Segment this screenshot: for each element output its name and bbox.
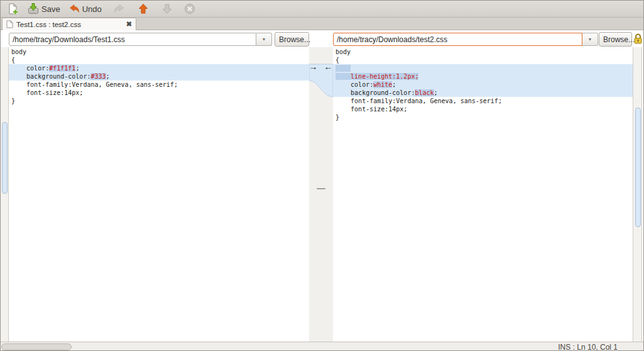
code-text: color: <box>336 81 373 88</box>
code-line: } <box>9 97 309 105</box>
diff-tool-window: Save Undo <box>0 0 644 351</box>
left-path-input[interactable] <box>9 33 256 46</box>
code-text: color: <box>11 65 49 72</box>
left-code-area[interactable]: body{ color:#f1f1f1; background-color:#3… <box>9 47 309 342</box>
code-text: font-size:14px; <box>336 106 407 113</box>
status-bar: INS : Ln 10, Col 1 <box>1 342 643 351</box>
changed-text: line-height:1.2px; <box>336 73 418 80</box>
code-text: ; <box>434 89 438 96</box>
save-button-label: Save <box>41 4 60 14</box>
merge-right-button[interactable]: → <box>307 63 319 72</box>
save-icon <box>27 3 40 15</box>
changed-text: black <box>415 89 434 96</box>
code-text: background-color: <box>336 89 415 96</box>
redo-button[interactable] <box>111 2 128 16</box>
pane-splitter-handle[interactable] <box>317 188 325 189</box>
code-line: { <box>9 56 309 64</box>
left-path-dropdown[interactable]: ▾ <box>256 33 272 46</box>
lock-icon[interactable] <box>633 33 643 47</box>
left-scrollbar-thumb[interactable] <box>2 122 8 194</box>
code-line: { <box>333 56 633 64</box>
new-file-button[interactable] <box>4 2 22 16</box>
code-text: font-family:Verdana, Geneva, sans-serif; <box>336 98 502 104</box>
chevron-down-icon: ▾ <box>263 36 265 42</box>
tab-test1-test2[interactable]: Test1.css : test2.css ✖ <box>2 18 136 30</box>
undo-button[interactable]: Undo <box>65 2 104 16</box>
code-text: { <box>336 57 339 64</box>
code-line: font-family:Verdana, Geneva, sans-serif; <box>9 81 309 89</box>
code-text: body <box>336 48 351 55</box>
new-file-icon <box>7 3 19 15</box>
status-text: INS : Ln 10, Col 1 <box>558 343 618 351</box>
close-circle-icon <box>183 3 196 15</box>
left-scrollbar-track[interactable] <box>1 47 9 342</box>
code-line: } <box>333 113 633 121</box>
code-line: body <box>333 48 633 56</box>
undo-icon <box>68 3 80 15</box>
code-text: ; <box>392 81 396 88</box>
code-line: background-color:black; <box>333 89 633 97</box>
code-line: line-height:1.2px; <box>333 72 633 81</box>
code-line: body <box>9 48 309 56</box>
right-browse-button[interactable]: Browse... <box>599 32 632 47</box>
code-text: font-size:14px; <box>11 89 83 96</box>
code-line: color:#f1f1f1; <box>9 64 309 72</box>
code-line: background-color:#333; <box>9 72 309 81</box>
chevron-down-icon: ▾ <box>589 36 591 42</box>
code-text: } <box>11 98 15 104</box>
code-line <box>333 64 633 72</box>
next-diff-button[interactable] <box>158 2 176 16</box>
right-scrollbar-track[interactable] <box>633 47 642 342</box>
undo-button-label: Undo <box>82 4 102 14</box>
right-path-input[interactable] <box>333 33 582 46</box>
code-text: ; <box>106 73 110 80</box>
changed-text: white <box>373 81 392 88</box>
code-text: } <box>336 114 339 121</box>
toolbar: Save Undo <box>1 1 643 18</box>
code-line: font-size:14px; <box>9 89 309 97</box>
right-path-dropdown[interactable]: ▾ <box>582 33 598 46</box>
changed-text: #333 <box>90 73 106 80</box>
save-button[interactable]: Save <box>25 2 63 16</box>
diff-gutter: → ← <box>309 47 333 342</box>
code-text: body <box>11 48 26 55</box>
changed-text <box>336 65 351 72</box>
code-text: background-color: <box>11 73 90 80</box>
code-line: color:white; <box>333 81 633 89</box>
right-code-area[interactable]: body{ line-height:1.2px; color:white; ba… <box>333 47 633 342</box>
prev-diff-button[interactable] <box>134 2 152 16</box>
code-line: font-size:14px; <box>333 105 633 113</box>
changed-text: #f1f1f1 <box>49 65 75 72</box>
tab-bar: Test1.css : test2.css ✖ <box>1 18 643 30</box>
code-line: font-family:Verdana, Geneva, sans-serif; <box>333 97 633 105</box>
arrow-down-icon <box>161 3 173 15</box>
code-text: ; <box>75 65 79 72</box>
horizontal-scrollbar-thumb[interactable] <box>1 343 72 350</box>
code-text: { <box>11 57 15 64</box>
right-scrollbar-thumb[interactable] <box>635 108 641 227</box>
tab-close-icon[interactable]: ✖ <box>126 20 132 28</box>
redo-icon <box>113 3 126 15</box>
left-browse-button[interactable]: Browse... <box>275 32 309 47</box>
close-button[interactable] <box>181 2 199 16</box>
tab-title: Test1.css : test2.css <box>16 21 81 28</box>
code-text: font-family:Verdana, Geneva, sans-serif; <box>11 81 178 88</box>
file-icon <box>6 20 13 28</box>
arrow-up-icon <box>137 3 150 15</box>
